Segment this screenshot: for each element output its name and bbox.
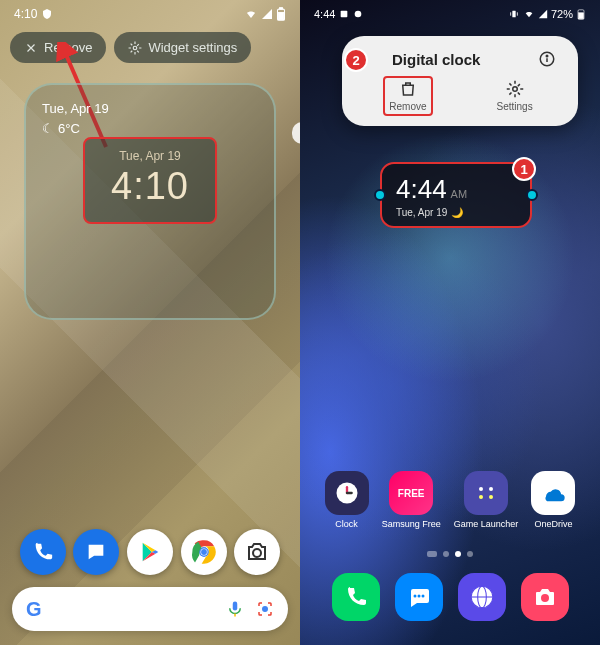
chrome-icon[interactable]	[181, 529, 227, 575]
svg-point-29	[479, 495, 483, 499]
clock-app-icon	[325, 471, 369, 515]
svg-rect-2	[278, 13, 284, 20]
status-bar: 4:10	[0, 0, 300, 28]
messages-app-icon[interactable]	[395, 573, 443, 621]
app-label: Clock	[335, 519, 358, 529]
svg-point-32	[417, 595, 420, 598]
widget-time: 4:10	[111, 165, 189, 208]
samsung-free-icon: FREE	[389, 471, 433, 515]
svg-point-10	[253, 549, 261, 557]
clock-app[interactable]: Clock	[325, 471, 369, 529]
weather-temp: 6°C	[58, 119, 80, 139]
notification-icon	[339, 9, 349, 19]
pixel-dock	[0, 529, 300, 575]
moon-icon: 🌙	[451, 207, 463, 218]
pixel-home-screen: 4:10 Remove Widget settings	[0, 0, 300, 645]
app-label: OneDrive	[534, 519, 572, 529]
close-icon	[24, 41, 38, 55]
svg-point-31	[413, 595, 416, 598]
svg-rect-1	[280, 8, 283, 9]
shield-icon	[41, 8, 53, 20]
settings-label: Settings	[497, 101, 533, 112]
svg-point-28	[489, 487, 493, 491]
mic-icon[interactable]	[226, 600, 244, 618]
phone-app-icon[interactable]	[332, 573, 380, 621]
status-time: 4:10	[14, 7, 37, 21]
widget-resize-frame[interactable]: Tue, Apr 19 ☾ 6°C Tue, Apr 19 4:10	[24, 83, 276, 320]
samsung-dock	[300, 573, 600, 621]
camera-app-icon[interactable]	[521, 573, 569, 621]
settings-option[interactable]: Settings	[493, 76, 537, 116]
svg-point-9	[201, 549, 207, 555]
annotation-badge-2: 2	[344, 48, 368, 72]
notification-icon	[353, 9, 363, 19]
digital-clock-widget[interactable]: 4:44 AM Tue, Apr 19 🌙	[380, 162, 532, 228]
status-time: 4:44	[314, 8, 335, 20]
camera-icon[interactable]	[234, 529, 280, 575]
moon-icon: ☾	[42, 119, 54, 139]
remove-button[interactable]: Remove	[10, 32, 106, 63]
game-launcher-app[interactable]: Game Launcher	[454, 471, 519, 529]
battery-icon	[576, 8, 586, 20]
svg-rect-19	[579, 13, 584, 19]
gear-icon	[506, 80, 524, 98]
play-store-icon[interactable]	[127, 529, 173, 575]
svg-point-12	[263, 607, 268, 612]
weather-date: Tue, Apr 19	[42, 99, 258, 119]
app-label: Samsung Free	[382, 519, 441, 529]
app-row: Clock FREE Samsung Free Game Launcher On…	[300, 471, 600, 529]
status-bar: 4:44 72%	[300, 0, 600, 28]
page-dot	[443, 551, 449, 557]
svg-point-23	[512, 87, 517, 92]
game-launcher-icon	[464, 471, 508, 515]
messages-app-icon[interactable]	[73, 529, 119, 575]
svg-point-33	[421, 595, 424, 598]
battery-percent: 72%	[551, 8, 573, 20]
page-indicator[interactable]	[300, 551, 600, 557]
remove-option[interactable]: Remove	[383, 76, 432, 116]
popup-title: Digital clock	[392, 51, 480, 68]
annotation-badge-1: 1	[512, 157, 536, 181]
lens-icon[interactable]	[256, 600, 274, 618]
widget-options-popup: Digital clock Remove Settings	[342, 36, 578, 126]
svg-rect-13	[341, 11, 348, 18]
resize-handle-right[interactable]	[526, 189, 538, 201]
signal-icon	[538, 9, 548, 19]
widget-ampm: AM	[451, 188, 468, 200]
trash-icon	[399, 80, 417, 98]
gear-icon	[128, 41, 142, 55]
home-dot	[427, 551, 437, 557]
weather-info: Tue, Apr 19 ☾ 6°C	[42, 99, 258, 138]
wifi-icon	[523, 9, 535, 19]
clock-widget[interactable]: Tue, Apr 19 4:10	[83, 137, 217, 224]
widget-time: 4:44	[396, 174, 447, 205]
info-icon[interactable]	[538, 50, 556, 68]
vibrate-icon	[508, 9, 520, 19]
app-label: Game Launcher	[454, 519, 519, 529]
google-search-bar[interactable]: G	[12, 587, 288, 631]
widget-settings-button[interactable]: Widget settings	[114, 32, 251, 63]
svg-point-3	[134, 46, 138, 50]
resize-handle-left[interactable]	[374, 189, 386, 201]
phone-app-icon[interactable]	[20, 529, 66, 575]
svg-point-38	[541, 594, 549, 602]
battery-icon	[276, 7, 286, 21]
svg-point-30	[489, 495, 493, 499]
wifi-icon	[244, 8, 258, 20]
signal-icon	[261, 8, 273, 20]
widget-date: Tue, Apr 19	[396, 207, 447, 218]
remove-label: Remove	[44, 40, 92, 55]
samsung-home-screen: 4:44 72% 2 Digital clock Remove	[300, 0, 600, 645]
page-dot	[467, 551, 473, 557]
widget-settings-label: Widget settings	[148, 40, 237, 55]
remove-label: Remove	[389, 101, 426, 112]
samsung-free-app[interactable]: FREE Samsung Free	[382, 471, 441, 529]
onedrive-app[interactable]: OneDrive	[531, 471, 575, 529]
widget-date: Tue, Apr 19	[111, 149, 189, 163]
onedrive-icon	[531, 471, 575, 515]
browser-app-icon[interactable]	[458, 573, 506, 621]
svg-point-22	[546, 55, 548, 57]
google-logo: G	[26, 598, 42, 621]
edge-handle[interactable]	[292, 122, 300, 144]
svg-point-27	[479, 487, 483, 491]
